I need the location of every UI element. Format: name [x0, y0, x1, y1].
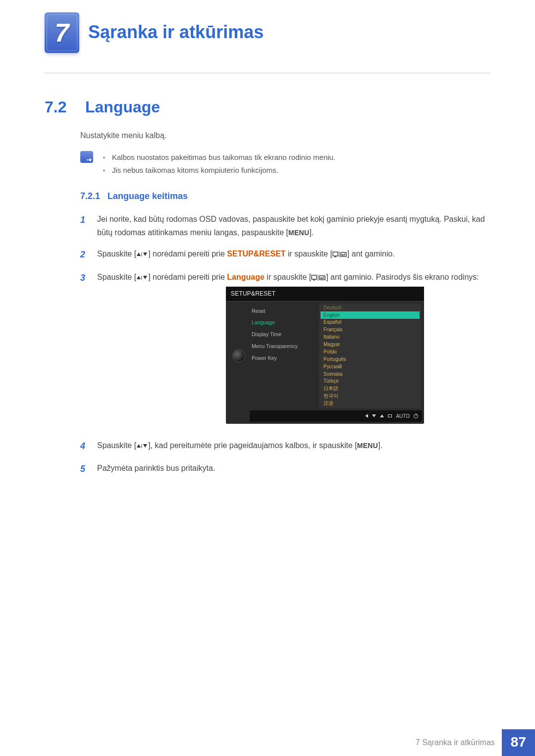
osd-language-option: Español — [321, 319, 420, 326]
svg-marker-6 — [137, 276, 141, 279]
screen-slash-enter-icon — [332, 250, 347, 258]
osd-language-option: Deutsch — [321, 304, 420, 312]
svg-rect-3 — [334, 256, 336, 257]
section-header: 7.2 Language — [45, 98, 490, 116]
svg-marker-5 — [341, 254, 343, 256]
step-text: Spauskite [ — [97, 273, 136, 281]
up-down-arrows-icon — [136, 273, 148, 281]
language-keyword: Language — [227, 273, 265, 281]
step-text: ir spauskite [ — [286, 250, 332, 258]
osd-language-option: Português — [321, 356, 420, 363]
section-number: 7.2 — [45, 98, 74, 116]
page-footer: 7 Sąranka ir atkūrimas 87 — [0, 729, 535, 756]
svg-marker-7 — [143, 276, 147, 279]
osd-language-option: Polski — [321, 349, 420, 356]
osd-footer-bar: AUTO — [250, 410, 422, 422]
nav-up-icon — [380, 412, 384, 420]
svg-rect-4 — [341, 252, 346, 256]
section-title: Language — [85, 98, 160, 116]
step-text: ] norėdami pereiti prie — [148, 273, 227, 281]
footer-label: 7 Sąranka ir atkūrimas — [409, 729, 502, 756]
step-number: 4 — [80, 439, 88, 454]
up-down-arrows-icon — [136, 250, 148, 258]
note-icon — [80, 151, 93, 163]
osd-language-option: English — [321, 311, 420, 319]
osd-left-item: Power Key — [250, 353, 319, 364]
osd-title: SETUP&RESET — [226, 287, 424, 301]
step-number: 3 — [80, 270, 88, 431]
osd-left-menu: ResetLanguageDisplay TimeMenu Transparen… — [250, 303, 319, 408]
step-text: ] ant gaminio. — [347, 250, 395, 258]
osd-left-item: Display Time — [250, 329, 319, 341]
osd-screenshot: SETUP&RESET ResetLanguageDisplay TimeMen… — [226, 287, 424, 424]
nav-enter-icon — [388, 412, 392, 420]
up-down-arrows-icon — [136, 441, 148, 450]
note-item: Jis nebus taikomas kitoms kompiuterio fu… — [103, 164, 335, 177]
chapter-number: 7 — [55, 18, 69, 48]
svg-marker-0 — [137, 252, 141, 256]
osd-language-option: 日本語 — [321, 385, 420, 393]
step-4: 4 Spauskite [], kad pereitumėte prie pag… — [80, 439, 490, 454]
note-item: Kalbos nuostatos pakeitimas bus taikomas… — [103, 151, 335, 164]
step-text: ]. — [378, 441, 382, 450]
osd-language-option: Русский — [321, 363, 420, 371]
step-3: 3 Spauskite [] norėdami pereiti prie Lan… — [80, 270, 490, 431]
step-text: ], kad pereitumėte prie pageidaujamos ka… — [148, 441, 357, 450]
chapter-header: 7 Sąranka ir atkūrimas — [45, 15, 490, 73]
osd-language-option: Magyar — [321, 341, 420, 349]
subsection-title: Language keitimas — [107, 191, 188, 201]
svg-marker-11 — [320, 277, 321, 279]
screen-slash-enter-icon — [311, 273, 326, 281]
step-text: ] ant gaminio. Pasirodys šis ekrano rodi… — [326, 273, 479, 281]
step-text: ] norėdami pereiti prie — [148, 250, 227, 258]
osd-language-option: Svenska — [321, 370, 420, 378]
step-text: Spauskite [ — [97, 441, 136, 450]
note-block: Kalbos nuostatos pakeitimas bus taikomas… — [80, 151, 490, 176]
step-2: 2 Spauskite [] norėdami pereiti prie SET… — [80, 247, 490, 262]
osd-language-option: Français — [321, 326, 420, 334]
step-number: 5 — [80, 461, 88, 477]
svg-rect-8 — [312, 275, 317, 279]
osd-left-item: Reset — [250, 305, 319, 317]
svg-marker-13 — [143, 444, 147, 448]
intro-text: Nustatykite meniu kalbą. — [80, 131, 490, 140]
osd-left-item: Menu Transparency — [250, 341, 319, 353]
svg-rect-10 — [320, 276, 325, 280]
osd-knob-icon — [232, 350, 245, 362]
power-icon — [414, 412, 418, 420]
osd-language-option: Türkçe — [321, 378, 420, 385]
step-text: Pažymėta parinktis bus pritaikyta. — [97, 461, 490, 477]
auto-label: AUTO — [396, 412, 410, 420]
svg-rect-9 — [313, 280, 315, 280]
osd-language-option: 한국어 — [321, 393, 420, 400]
step-number: 1 — [80, 212, 88, 239]
subsection-number: 7.2.1 — [80, 191, 100, 201]
step-text: ir spauskite [ — [265, 273, 311, 281]
osd-language-option: Italiano — [321, 334, 420, 341]
svg-rect-2 — [333, 252, 338, 256]
step-text: Spauskite [ — [97, 250, 136, 258]
chapter-title: Sąranka ir atkūrimas — [88, 15, 264, 43]
setup-reset-keyword: SETUP&RESET — [227, 250, 285, 258]
osd-language-list: DeutschEnglishEspañolFrançaisItalianoMag… — [319, 303, 421, 408]
footer-page-number: 87 — [502, 729, 535, 756]
step-1: 1 Jei norite, kad būtų rodomas OSD vadov… — [80, 212, 490, 239]
menu-keyword: MENU — [357, 442, 378, 450]
osd-left-item: Language — [250, 317, 319, 329]
step-5: 5 Pažymėta parinktis bus pritaikyta. — [80, 461, 490, 477]
nav-down-icon — [372, 412, 376, 420]
svg-marker-1 — [143, 252, 147, 256]
step-number: 2 — [80, 247, 88, 262]
step-text: ]. — [309, 228, 314, 237]
osd-language-option: 汉语 — [321, 400, 420, 407]
chapter-badge: 7 — [45, 12, 79, 53]
nav-left-icon — [365, 412, 368, 420]
menu-keyword: MENU — [288, 229, 309, 237]
svg-marker-12 — [137, 444, 141, 448]
subsection-header: 7.2.1 Language keitimas — [80, 191, 490, 202]
